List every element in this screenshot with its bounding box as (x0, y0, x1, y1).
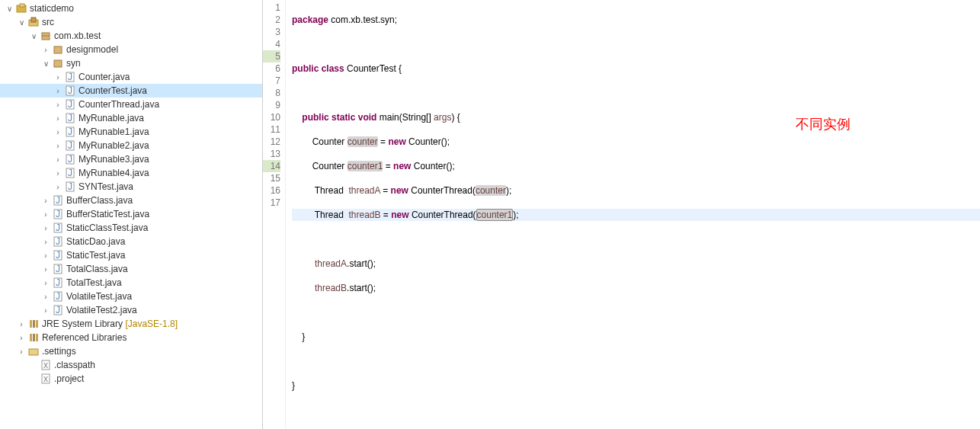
tree-label: MyRunable.java (78, 113, 144, 123)
tree-src[interactable]: ∨ src (0, 15, 262, 29)
java-file-icon: J (64, 71, 76, 83)
java-file-icon: J (64, 85, 76, 97)
svg-rect-49 (36, 334, 38, 341)
library-icon (27, 331, 40, 344)
collapse-icon[interactable]: › (40, 197, 52, 205)
collapse-icon[interactable]: › (40, 265, 52, 274)
collapse-icon[interactable]: › (40, 279, 52, 287)
source-folder-icon (27, 16, 40, 28)
collapse-icon[interactable]: › (52, 73, 64, 82)
tree-label: CounterThread.java (78, 99, 159, 110)
tree-label: MyRunable2.java (78, 140, 149, 151)
collapse-icon[interactable]: › (15, 334, 27, 342)
tree-settings[interactable]: ›.settings (0, 344, 262, 358)
collapse-icon[interactable]: › (40, 46, 52, 54)
tree-label: staticdemo (30, 3, 74, 14)
svg-text:J: J (56, 277, 60, 288)
collapse-icon[interactable]: › (15, 347, 27, 356)
tree-file[interactable]: ›JMyRunable3.java (0, 152, 262, 166)
tree-file[interactable]: ›JTotalTest.java (0, 276, 262, 290)
tree-file[interactable]: ›JTotalClass.java (0, 262, 262, 276)
svg-rect-7 (54, 60, 62, 67)
collapse-icon[interactable]: › (40, 210, 52, 219)
collapse-icon[interactable]: › (52, 169, 64, 178)
tree-file[interactable]: ›JStaticDao.java (0, 235, 262, 248)
collapse-icon[interactable]: › (52, 128, 64, 136)
package-icon (52, 43, 64, 56)
expand-icon[interactable]: ∨ (40, 59, 52, 68)
collapse-icon[interactable]: › (15, 320, 27, 328)
tree-file[interactable]: ›JBufferStaticTest.java (0, 207, 262, 221)
tree-label: CounterTest.java (78, 85, 147, 96)
java-file-icon: J (52, 249, 64, 261)
tree-file[interactable]: ›JBufferClass.java (0, 194, 262, 207)
expand-icon[interactable]: ∨ (27, 32, 40, 40)
tree-label: BufferStaticTest.java (66, 209, 149, 219)
tree-label: SYNTest.java (78, 181, 133, 192)
tree-file[interactable]: ›JVolatileTest.java (0, 290, 262, 303)
expand-icon[interactable]: ∨ (3, 5, 15, 13)
tree-label: .classpath (54, 360, 95, 370)
svg-rect-6 (54, 46, 62, 53)
java-file-icon: J (64, 153, 76, 165)
java-file-icon: J (52, 194, 64, 206)
tree-classpath[interactable]: x.classpath (0, 358, 262, 372)
code-editor[interactable]: 1234567891011121314151617 package com.xb… (263, 0, 980, 429)
tree-package[interactable]: ∨ com.xb.test (0, 29, 262, 43)
collapse-icon[interactable]: › (40, 293, 52, 301)
tree-file[interactable]: ›JMyRunable.java (0, 111, 262, 125)
line-gutter: 1234567891011121314151617 (263, 0, 286, 429)
collapse-icon[interactable]: › (52, 183, 64, 191)
tree-file[interactable]: ›JSYNTest.java (0, 180, 262, 194)
collapse-icon[interactable]: › (52, 155, 64, 164)
collapse-icon[interactable]: › (40, 224, 52, 232)
svg-text:J: J (68, 126, 72, 137)
tree-label: JRE System Library [JavaSE-1.8] (42, 319, 178, 329)
library-icon (27, 318, 40, 330)
code-content[interactable]: package com.xb.test.syn; public class Co… (286, 0, 980, 429)
collapse-icon[interactable]: › (40, 306, 52, 315)
tree-project[interactable]: ∨ staticdemo (0, 2, 262, 15)
collapse-icon[interactable]: › (52, 114, 64, 123)
package-icon (40, 30, 52, 42)
svg-rect-48 (33, 334, 35, 341)
svg-text:J: J (68, 85, 72, 96)
tree-file[interactable]: ›JMyRunable1.java (0, 125, 262, 139)
svg-rect-47 (30, 334, 32, 341)
tree-file-selected[interactable]: ›JCounterTest.java (0, 84, 262, 98)
tree-label: .project (54, 373, 84, 384)
svg-text:J: J (56, 250, 60, 261)
collapse-icon[interactable]: › (52, 87, 64, 95)
collapse-icon[interactable]: › (40, 251, 52, 260)
java-file-icon: J (64, 112, 76, 124)
tree-file[interactable]: ›JVolatileTest2.java (0, 303, 262, 317)
collapse-icon[interactable]: › (52, 101, 64, 109)
folder-icon (27, 345, 40, 357)
tree-label: com.xb.test (54, 30, 101, 41)
collapse-icon[interactable]: › (52, 142, 64, 150)
tree-label: VolatileTest.java (66, 291, 132, 302)
tree-file[interactable]: ›JCounterThread.java (0, 98, 262, 111)
tree-label: StaticTest.java (66, 250, 125, 261)
annotation-different-instance: 不同实例 (796, 118, 850, 130)
svg-text:J: J (56, 195, 60, 206)
tree-package-designmodel[interactable]: › designmodel (0, 43, 262, 56)
expand-icon[interactable]: ∨ (15, 18, 27, 27)
tree-label: TotalClass.java (66, 264, 128, 274)
svg-text:J: J (56, 291, 60, 302)
tree-file[interactable]: ›JMyRunable2.java (0, 139, 262, 152)
tree-file[interactable]: ›JStaticClassTest.java (0, 221, 262, 235)
tree-file[interactable]: ›JMyRunable4.java (0, 166, 262, 180)
java-file-icon: J (52, 277, 64, 289)
tree-jre[interactable]: ›JRE System Library [JavaSE-1.8] (0, 317, 262, 331)
tree-projectfile[interactable]: x.project (0, 372, 262, 386)
tree-label: Counter.java (78, 72, 130, 82)
collapse-icon[interactable]: › (40, 238, 52, 246)
svg-rect-46 (36, 320, 38, 328)
tree-file[interactable]: ›JStaticTest.java (0, 248, 262, 262)
tree-package-syn[interactable]: ∨ syn (0, 56, 262, 70)
tree-reflib[interactable]: ›Referenced Libraries (0, 331, 262, 344)
svg-text:J: J (68, 72, 72, 82)
package-explorer[interactable]: ∨ staticdemo ∨ src ∨ com.xb.test › desig… (0, 0, 263, 429)
tree-file[interactable]: ›JCounter.java (0, 70, 262, 84)
